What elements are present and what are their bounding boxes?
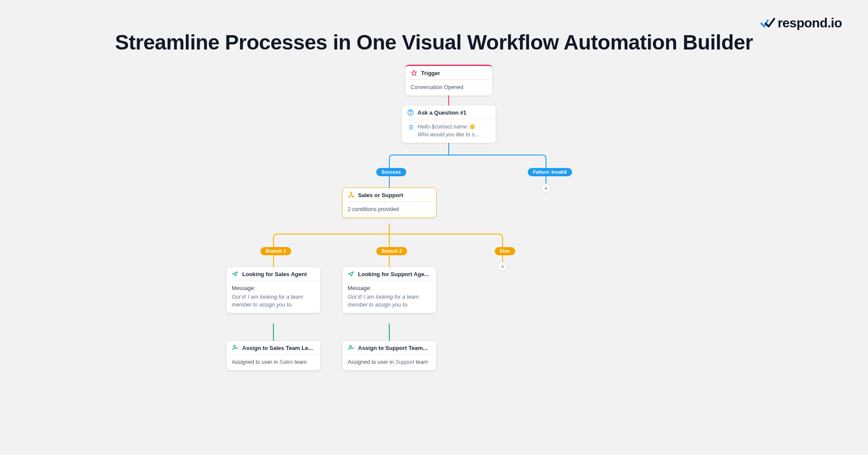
pill-branch2[interactable]: Branch 2	[376, 247, 407, 255]
node-trigger[interactable]: Trigger Conversation Opened	[405, 65, 492, 96]
node-body: Assigned to user in Support team	[342, 355, 436, 370]
node-support-assign[interactable]: Assign to Support Team... Assigned to us…	[342, 341, 436, 370]
node-branch[interactable]: Sales or Support 2 conditions provided	[342, 188, 436, 218]
message-label: Message:	[348, 284, 431, 292]
node-body: 2 conditions provided	[342, 202, 436, 218]
svg-point-20	[233, 346, 236, 348]
node-header: Assign to Sales Team Le...	[227, 341, 320, 355]
assign-team: Support	[395, 359, 414, 365]
node-header: Looking for Support Age...	[342, 267, 436, 281]
node-sales-looking[interactable]: Looking for Sales Agent Message: Got it!…	[227, 267, 320, 313]
node-title: Trigger	[421, 70, 440, 76]
node-title: Ask a Question #1	[418, 109, 467, 116]
message-body: Got it! I am looking for a team member t…	[348, 293, 431, 309]
node-body: Message: Got it! I am looking for a team…	[227, 281, 320, 313]
node-header: Looking for Sales Agent	[227, 267, 320, 281]
ask-line1: Hello $contact.name 👋	[418, 123, 490, 131]
message-body: Got it! I am looking for a team member t…	[232, 293, 315, 309]
brand-logo: respond.io	[760, 16, 842, 30]
node-ask-question[interactable]: Ask a Question #1 Hello $contact.name 👋 …	[402, 106, 496, 143]
node-title: Looking for Sales Agent	[242, 271, 307, 277]
node-title: Assign to Sales Team Le...	[242, 345, 313, 351]
node-sales-assign[interactable]: Assign to Sales Team Le... Assigned to u…	[227, 341, 320, 370]
node-header: Trigger	[405, 66, 492, 80]
message-label: Message:	[232, 284, 315, 292]
node-body: Hello $contact.name 👋 Who would you like…	[402, 119, 496, 143]
node-header: Sales or Support	[342, 188, 436, 202]
trigger-icon	[411, 69, 418, 76]
node-body: Assigned to user in Sales team	[227, 355, 320, 370]
assign-user-icon	[232, 344, 239, 351]
list-icon	[407, 124, 414, 131]
node-title: Sales or Support	[358, 192, 403, 198]
add-step-button[interactable]	[541, 184, 551, 193]
node-title: Looking for Support Age...	[358, 271, 429, 277]
pill-branch1[interactable]: Branch 1	[260, 247, 291, 255]
send-icon	[232, 270, 239, 277]
brand-name: respond.io	[778, 16, 842, 30]
assign-pre: Assigned to user in	[348, 359, 395, 365]
question-icon	[407, 109, 414, 116]
assign-user-icon	[348, 344, 355, 351]
send-icon	[348, 270, 355, 277]
pill-success[interactable]: Success	[376, 168, 406, 176]
pill-failure[interactable]: Failure: Invalid	[528, 168, 572, 176]
page-title: Streamline Processes in One Visual Workf…	[0, 0, 868, 54]
logo-checkmarks-icon	[760, 17, 775, 29]
node-body: Conversation Opened	[405, 80, 492, 96]
svg-point-21	[349, 346, 352, 348]
node-support-looking[interactable]: Looking for Support Age... Message: Got …	[342, 267, 436, 313]
assign-pre: Assigned to user in	[232, 359, 279, 365]
node-title: Assign to Support Team...	[358, 345, 427, 351]
node-body: Message: Got it! I am looking for a team…	[342, 281, 436, 313]
workflow-canvas[interactable]: Trigger Conversation Opened Ask a Questi…	[0, 54, 868, 445]
add-step-button[interactable]	[498, 262, 507, 271]
assign-post: team	[293, 359, 306, 365]
node-header: Ask a Question #1	[402, 106, 496, 119]
assign-team: Sales	[279, 359, 293, 365]
assign-post: team	[414, 359, 428, 365]
branch-icon	[348, 191, 355, 198]
node-header: Assign to Support Team...	[342, 341, 436, 355]
pill-else[interactable]: Else	[495, 247, 515, 255]
svg-point-10	[410, 113, 411, 114]
ask-line2: Who would you like to s...	[418, 131, 490, 138]
